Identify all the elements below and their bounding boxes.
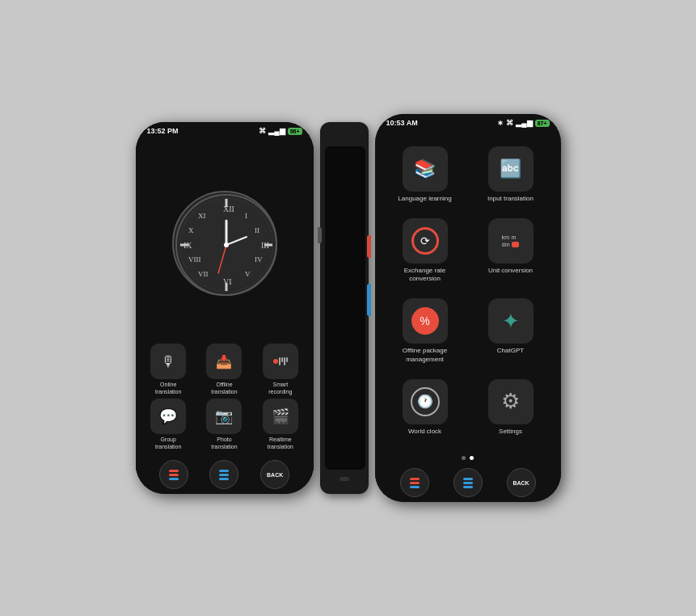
red-bars-icon-left	[169, 470, 179, 480]
btn-back-right[interactable]: BACK	[507, 468, 536, 497]
bluetooth-icon: ∗	[497, 119, 504, 127]
svg-text:V: V	[245, 270, 251, 278]
battery-right: 87+	[535, 120, 550, 127]
notch-left	[200, 137, 249, 148]
side-button-red[interactable]	[367, 235, 371, 258]
app-label-settings: Settings	[499, 428, 522, 436]
app-offline-pkg[interactable]: % Offline packagemanagement	[385, 298, 466, 373]
app-label-exchange-rate: Exchange rateconversion	[404, 267, 446, 284]
svg-text:I: I	[245, 212, 247, 220]
btn-red-bars-right[interactable]	[400, 468, 429, 497]
side-screen	[325, 146, 365, 470]
svg-text:III: III	[261, 241, 269, 250]
app-online-translation[interactable]: 🎙 Onlinetranslation	[142, 344, 195, 395]
app-icon-exchange-rate: ⟳	[403, 218, 448, 264]
bottom-bar-right: BACK	[375, 463, 561, 502]
app-label-offline-pkg: Offline packagemanagement	[403, 347, 447, 364]
app-chatgpt[interactable]: ✦ ChatGPT	[470, 298, 551, 373]
phone-left-screen: 13:52 PM ⌘ ▂▄▆ 96+	[136, 122, 314, 494]
signal-icon: ▂▄▆	[268, 127, 285, 135]
app-label-smart-recording: Smartrecording	[268, 382, 292, 395]
app-label-unit-conversion: Unit conversion	[488, 267, 533, 275]
svg-text:II: II	[255, 226, 259, 234]
app-label-chatgpt: ChatGPT	[497, 347, 524, 355]
app-offline-translation[interactable]: 📥 Offlinetranslation	[198, 344, 251, 395]
svg-text:XII: XII	[223, 205, 234, 213]
app-language-learning[interactable]: 📚 Language learning	[385, 146, 466, 213]
phone-right: 10:53 AM ∗ ⌘ ▂▄▆ 87+ 📚 Language learning	[375, 114, 561, 502]
app-world-clock[interactable]: 🕐 World clock	[385, 379, 466, 446]
phone-left: 13:52 PM ⌘ ▂▄▆ 96+	[136, 122, 314, 494]
svg-point-21	[224, 243, 229, 247]
btn-back-left[interactable]: BACK	[260, 460, 289, 489]
app-icon-language-learning: 📚	[403, 146, 448, 192]
gear-icon: ⚙	[501, 389, 520, 414]
offline-pkg-icon: %	[411, 307, 439, 335]
clock-world-icon: 🕐	[411, 387, 440, 416]
phone-side	[320, 122, 369, 494]
record-dot	[273, 359, 278, 364]
side-bottom-port	[340, 477, 349, 481]
status-icons-left: ⌘ ▂▄▆ 96+	[259, 127, 302, 135]
clock-area: XII VI IX III I II IV V XI X VIII VII	[136, 148, 314, 339]
app-unit-conversion[interactable]: km m dm Unit conversion	[470, 218, 551, 293]
back-label-left: BACK	[267, 472, 283, 478]
app-icon-offline-pkg: %	[403, 298, 448, 344]
app-icon-online-translation: 🎙	[150, 344, 186, 379]
cloud-icon: 📥	[216, 354, 232, 369]
page-dots-right	[375, 453, 561, 463]
record-line	[279, 357, 288, 365]
page-dot-1	[462, 456, 466, 460]
record-icon	[273, 357, 288, 365]
app-label-offline-translation: Offlinetranslation	[211, 382, 237, 395]
film-icon: 🎬	[272, 407, 289, 425]
side-button-blue[interactable]	[367, 284, 371, 316]
app-icon-smart-recording	[263, 344, 298, 379]
svg-text:XI: XI	[198, 212, 206, 220]
svg-line-19	[226, 237, 247, 245]
app-label-group-translation: Grouptranslation	[155, 437, 181, 450]
btn-blue-bars-left[interactable]	[209, 460, 238, 489]
back-label-right: BACK	[513, 480, 529, 486]
app-grid-left: 🎙 Onlinetranslation 📥 Offlinetranslation	[136, 339, 314, 455]
app-exchange-rate[interactable]: ⟳ Exchange rateconversion	[385, 218, 466, 293]
chat-icon: 💬	[159, 407, 177, 425]
app-icon-input-translation: 🔤	[488, 146, 534, 192]
app-group-translation[interactable]: 💬 Grouptranslation	[142, 399, 195, 450]
app-smart-recording[interactable]: Smartrecording	[254, 344, 306, 395]
page-dot-2	[470, 456, 474, 460]
unit-icon: km m dm	[502, 234, 519, 247]
wifi-icon-right: ⌘	[506, 119, 513, 127]
status-bar-left: 13:52 PM ⌘ ▂▄▆ 96+	[136, 122, 314, 137]
app-label-input-translation: Input translation	[487, 195, 534, 203]
app-icon-unit-conversion: km m dm	[488, 218, 534, 264]
wifi-icon: ⌘	[259, 127, 266, 135]
side-button-volume[interactable]	[318, 227, 322, 243]
exchange-icon: ⟳	[411, 227, 439, 255]
app-label-online-translation: Onlinetranslation	[155, 382, 181, 395]
app-photo-translation[interactable]: 📷 Phototranslation	[198, 399, 251, 450]
chatgpt-icon: ✦	[502, 309, 520, 334]
app-icon-offline-translation: 📥	[206, 344, 242, 379]
app-label-world-clock: World clock	[408, 428, 441, 436]
svg-text:VIII: VIII	[188, 255, 201, 264]
btn-blue-bars-right[interactable]	[453, 468, 483, 497]
app-realtime-translation[interactable]: 🎬 Realtimetranslation	[254, 399, 306, 450]
svg-text:IX: IX	[183, 241, 192, 250]
svg-text:X: X	[188, 226, 194, 234]
battery-left: 96+	[288, 128, 302, 135]
svg-text:IV: IV	[255, 255, 263, 264]
time-left: 13:52 PM	[147, 127, 179, 135]
app-input-translation[interactable]: 🔤 Input translation	[470, 146, 551, 213]
app-icon-realtime-translation: 🎬	[263, 399, 298, 434]
app-label-realtime-translation: Realtimetranslation	[268, 437, 293, 450]
camera-icon: 📷	[215, 407, 233, 425]
app-settings[interactable]: ⚙ Settings	[470, 379, 551, 446]
notch-right	[444, 129, 492, 140]
app-grid-right: 📚 Language learning 🔤 Input translation …	[375, 140, 561, 453]
app-icon-group-translation: 💬	[150, 399, 186, 434]
btn-red-bars-left[interactable]	[159, 460, 188, 489]
translate-icon: 🔤	[500, 158, 521, 179]
unit-box-red	[512, 242, 520, 247]
status-bar-right: 10:53 AM ∗ ⌘ ▂▄▆ 87+	[375, 114, 561, 129]
